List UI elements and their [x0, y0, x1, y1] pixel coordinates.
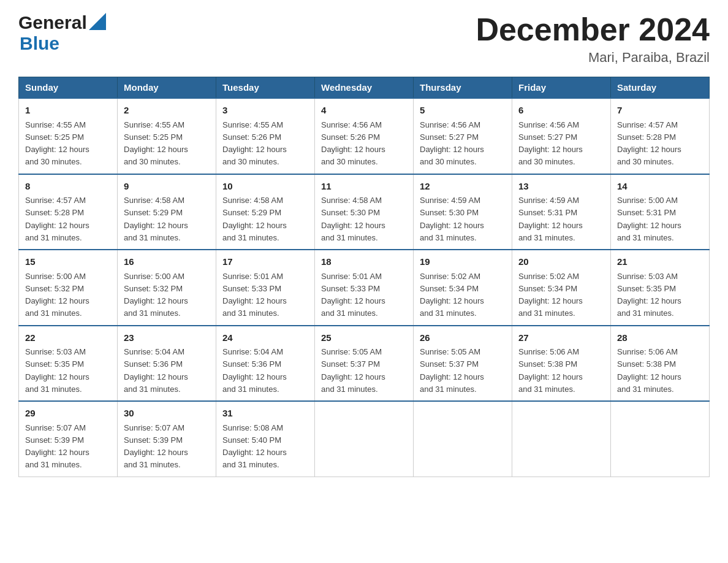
- page-header: General Blue December 2024 Mari, Paraiba…: [18, 12, 710, 66]
- day-info: Sunrise: 4:55 AM Sunset: 5:26 PM Dayligh…: [222, 120, 287, 167]
- day-info: Sunrise: 5:05 AM Sunset: 5:37 PM Dayligh…: [420, 347, 484, 394]
- day-info: Sunrise: 5:07 AM Sunset: 5:39 PM Dayligh…: [124, 423, 188, 470]
- day-number: 16: [124, 255, 210, 269]
- day-cell-11: 11Sunrise: 4:58 AM Sunset: 5:30 PM Dayli…: [315, 174, 414, 250]
- day-cell-empty: [512, 401, 611, 477]
- day-number: 1: [25, 104, 111, 118]
- day-number: 23: [124, 331, 210, 345]
- logo-text-blue: Blue: [20, 33, 59, 53]
- day-number: 7: [617, 104, 703, 118]
- week-row-3: 15Sunrise: 5:00 AM Sunset: 5:32 PM Dayli…: [19, 250, 710, 326]
- col-header-sunday: Sunday: [19, 77, 118, 99]
- day-cell-25: 25Sunrise: 5:05 AM Sunset: 5:37 PM Dayli…: [315, 326, 414, 402]
- svg-marker-0: [89, 13, 106, 30]
- col-header-tuesday: Tuesday: [216, 77, 315, 99]
- day-number: 15: [25, 255, 111, 269]
- week-row-2: 8Sunrise: 4:57 AM Sunset: 5:28 PM Daylig…: [19, 174, 710, 250]
- main-title: December 2024: [476, 12, 710, 47]
- day-cell-13: 13Sunrise: 4:59 AM Sunset: 5:31 PM Dayli…: [512, 174, 611, 250]
- day-cell-19: 19Sunrise: 5:02 AM Sunset: 5:34 PM Dayli…: [414, 250, 512, 326]
- day-cell-17: 17Sunrise: 5:01 AM Sunset: 5:33 PM Dayli…: [216, 250, 315, 326]
- day-info: Sunrise: 4:56 AM Sunset: 5:27 PM Dayligh…: [518, 120, 583, 167]
- day-number: 13: [518, 180, 604, 194]
- col-header-monday: Monday: [118, 77, 216, 99]
- day-number: 25: [321, 331, 407, 345]
- day-number: 28: [617, 331, 703, 345]
- day-info: Sunrise: 5:08 AM Sunset: 5:40 PM Dayligh…: [222, 423, 287, 470]
- day-cell-29: 29Sunrise: 5:07 AM Sunset: 5:39 PM Dayli…: [19, 401, 118, 477]
- day-info: Sunrise: 5:01 AM Sunset: 5:33 PM Dayligh…: [321, 272, 385, 318]
- day-number: 17: [222, 255, 308, 269]
- week-row-1: 1Sunrise: 4:55 AM Sunset: 5:25 PM Daylig…: [19, 98, 710, 174]
- day-number: 18: [321, 255, 407, 269]
- day-cell-6: 6Sunrise: 4:56 AM Sunset: 5:27 PM Daylig…: [512, 98, 611, 174]
- day-cell-10: 10Sunrise: 4:58 AM Sunset: 5:29 PM Dayli…: [216, 174, 315, 250]
- day-info: Sunrise: 4:58 AM Sunset: 5:29 PM Dayligh…: [124, 196, 188, 242]
- day-info: Sunrise: 5:05 AM Sunset: 5:37 PM Dayligh…: [321, 347, 385, 394]
- day-cell-8: 8Sunrise: 4:57 AM Sunset: 5:28 PM Daylig…: [19, 174, 118, 250]
- day-cell-22: 22Sunrise: 5:03 AM Sunset: 5:35 PM Dayli…: [19, 326, 118, 402]
- day-cell-3: 3Sunrise: 4:55 AM Sunset: 5:26 PM Daylig…: [216, 98, 315, 174]
- logo-text-general: General: [18, 12, 87, 33]
- col-header-thursday: Thursday: [414, 77, 512, 99]
- day-cell-30: 30Sunrise: 5:07 AM Sunset: 5:39 PM Dayli…: [118, 401, 216, 477]
- day-info: Sunrise: 5:00 AM Sunset: 5:32 PM Dayligh…: [25, 272, 89, 318]
- day-number: 3: [222, 104, 308, 118]
- day-info: Sunrise: 5:00 AM Sunset: 5:31 PM Dayligh…: [617, 196, 681, 242]
- day-number: 9: [124, 180, 210, 194]
- day-cell-15: 15Sunrise: 5:00 AM Sunset: 5:32 PM Dayli…: [19, 250, 118, 326]
- day-number: 19: [420, 255, 506, 269]
- day-info: Sunrise: 5:07 AM Sunset: 5:39 PM Dayligh…: [25, 423, 89, 470]
- day-info: Sunrise: 5:06 AM Sunset: 5:38 PM Dayligh…: [518, 347, 583, 394]
- day-cell-empty: [414, 401, 512, 477]
- day-cell-7: 7Sunrise: 4:57 AM Sunset: 5:28 PM Daylig…: [611, 98, 710, 174]
- day-cell-20: 20Sunrise: 5:02 AM Sunset: 5:34 PM Dayli…: [512, 250, 611, 326]
- day-number: 30: [124, 407, 210, 421]
- day-cell-empty: [315, 401, 414, 477]
- day-cell-9: 9Sunrise: 4:58 AM Sunset: 5:29 PM Daylig…: [118, 174, 216, 250]
- day-info: Sunrise: 5:02 AM Sunset: 5:34 PM Dayligh…: [518, 272, 583, 318]
- day-number: 5: [420, 104, 506, 118]
- calendar-body: 1Sunrise: 4:55 AM Sunset: 5:25 PM Daylig…: [19, 98, 710, 477]
- logo-triangle-icon: [89, 13, 106, 30]
- day-number: 4: [321, 104, 407, 118]
- day-info: Sunrise: 4:56 AM Sunset: 5:27 PM Dayligh…: [420, 120, 484, 167]
- col-header-saturday: Saturday: [611, 77, 710, 99]
- day-info: Sunrise: 4:56 AM Sunset: 5:26 PM Dayligh…: [321, 120, 385, 167]
- logo: General Blue: [18, 12, 106, 54]
- day-info: Sunrise: 5:04 AM Sunset: 5:36 PM Dayligh…: [124, 347, 188, 394]
- day-info: Sunrise: 5:01 AM Sunset: 5:33 PM Dayligh…: [222, 272, 287, 318]
- day-number: 11: [321, 180, 407, 194]
- day-number: 26: [420, 331, 506, 345]
- week-row-4: 22Sunrise: 5:03 AM Sunset: 5:35 PM Dayli…: [19, 326, 710, 402]
- day-info: Sunrise: 5:02 AM Sunset: 5:34 PM Dayligh…: [420, 272, 484, 318]
- day-cell-18: 18Sunrise: 5:01 AM Sunset: 5:33 PM Dayli…: [315, 250, 414, 326]
- col-header-friday: Friday: [512, 77, 611, 99]
- day-number: 20: [518, 255, 604, 269]
- header-row: SundayMondayTuesdayWednesdayThursdayFrid…: [19, 77, 710, 99]
- day-number: 27: [518, 331, 604, 345]
- day-number: 24: [222, 331, 308, 345]
- day-cell-empty: [611, 401, 710, 477]
- day-number: 29: [25, 407, 111, 421]
- day-cell-21: 21Sunrise: 5:03 AM Sunset: 5:35 PM Dayli…: [611, 250, 710, 326]
- day-cell-24: 24Sunrise: 5:04 AM Sunset: 5:36 PM Dayli…: [216, 326, 315, 402]
- day-cell-31: 31Sunrise: 5:08 AM Sunset: 5:40 PM Dayli…: [216, 401, 315, 477]
- day-info: Sunrise: 4:57 AM Sunset: 5:28 PM Dayligh…: [25, 196, 89, 242]
- week-row-5: 29Sunrise: 5:07 AM Sunset: 5:39 PM Dayli…: [19, 401, 710, 477]
- col-header-wednesday: Wednesday: [315, 77, 414, 99]
- day-info: Sunrise: 4:59 AM Sunset: 5:30 PM Dayligh…: [420, 196, 484, 242]
- day-info: Sunrise: 5:03 AM Sunset: 5:35 PM Dayligh…: [25, 347, 89, 394]
- day-cell-1: 1Sunrise: 4:55 AM Sunset: 5:25 PM Daylig…: [19, 98, 118, 174]
- day-number: 14: [617, 180, 703, 194]
- day-cell-27: 27Sunrise: 5:06 AM Sunset: 5:38 PM Dayli…: [512, 326, 611, 402]
- day-info: Sunrise: 4:58 AM Sunset: 5:29 PM Dayligh…: [222, 196, 287, 242]
- day-info: Sunrise: 4:55 AM Sunset: 5:25 PM Dayligh…: [25, 120, 89, 167]
- day-info: Sunrise: 4:55 AM Sunset: 5:25 PM Dayligh…: [124, 120, 188, 167]
- day-cell-28: 28Sunrise: 5:06 AM Sunset: 5:38 PM Dayli…: [611, 326, 710, 402]
- day-number: 6: [518, 104, 604, 118]
- day-cell-23: 23Sunrise: 5:04 AM Sunset: 5:36 PM Dayli…: [118, 326, 216, 402]
- day-cell-5: 5Sunrise: 4:56 AM Sunset: 5:27 PM Daylig…: [414, 98, 512, 174]
- day-cell-16: 16Sunrise: 5:00 AM Sunset: 5:32 PM Dayli…: [118, 250, 216, 326]
- day-info: Sunrise: 5:03 AM Sunset: 5:35 PM Dayligh…: [617, 272, 681, 318]
